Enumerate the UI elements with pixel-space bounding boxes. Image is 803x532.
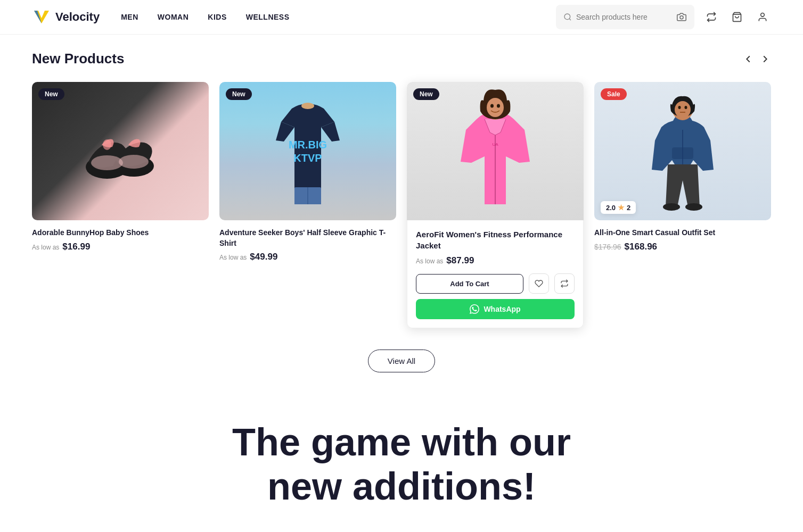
logo[interactable]: Velocity	[32, 7, 100, 27]
product-name-2: Adventure Seeker Boys' Half Sleeve Graph…	[219, 228, 396, 248]
product-image-1	[32, 82, 209, 220]
svg-point-27	[678, 106, 681, 109]
badge-new-3: New	[413, 88, 439, 100]
product-image-3: UA	[407, 82, 584, 220]
product-image-wrap-3: New UA	[407, 82, 584, 220]
search-icon	[563, 13, 572, 21]
user-icon	[757, 12, 768, 22]
whatsapp-label: WhatsApp	[484, 305, 520, 313]
svg-point-11	[119, 155, 149, 169]
compare-product-button[interactable]	[554, 273, 575, 294]
product-info-1: Adorable BunnyHop Baby Shoes As low as $…	[32, 220, 209, 254]
svg-point-21	[490, 104, 494, 108]
nav-item-woman[interactable]: WOMAN	[158, 13, 189, 21]
search-input[interactable]	[576, 13, 669, 21]
cart-icon	[732, 12, 742, 22]
section-header: New Products	[32, 51, 771, 67]
product-pricing-4: $176.96 $168.96	[594, 242, 771, 252]
price-original-4: $176.96	[594, 243, 621, 251]
brand-name: Velocity	[55, 10, 100, 24]
heart-icon	[535, 279, 543, 288]
nav-item-men[interactable]: MEN	[121, 13, 138, 21]
product-name-1: Adorable BunnyHop Baby Shoes	[32, 228, 209, 238]
expanded-price-label: As low as	[416, 257, 443, 265]
new-products-section: New Products New	[32, 51, 771, 372]
svg-rect-24	[672, 147, 693, 159]
view-all-wrap: View All	[32, 350, 771, 372]
expanded-pricing: As low as $87.99	[416, 255, 575, 266]
badge-sale-4: Sale	[601, 88, 627, 100]
header-right	[556, 5, 771, 29]
svg-point-4	[680, 16, 683, 19]
cart-button[interactable]	[728, 9, 745, 26]
svg-point-28	[685, 106, 687, 109]
expanded-price: $87.99	[446, 255, 474, 266]
svg-point-26	[675, 101, 691, 118]
svg-line-3	[569, 19, 571, 20]
arrow-right-icon	[759, 53, 771, 65]
rating-value: 2.0	[606, 204, 616, 212]
product-image-wrap-2: New MR.BIG KTVP	[219, 82, 396, 220]
svg-point-6	[761, 13, 765, 17]
product-info-2: Adventure Seeker Boys' Half Sleeve Graph…	[219, 220, 396, 264]
search-bar	[556, 5, 694, 29]
expanded-content: AeroFit Women's Fitness Performance Jack…	[407, 220, 584, 328]
expanded-product-name: AeroFit Women's Fitness Performance Jack…	[416, 229, 575, 251]
nav-item-kids[interactable]: KIDS	[208, 13, 226, 21]
outfit-illustration	[645, 90, 720, 212]
next-button[interactable]	[759, 53, 771, 65]
products-grid: New	[32, 82, 771, 328]
svg-point-8	[103, 139, 111, 150]
camera-button[interactable]	[674, 9, 690, 25]
product-pricing-1: As low as $16.99	[32, 242, 209, 252]
search-icon-button[interactable]	[563, 13, 572, 21]
main-nav: MEN WOMAN KIDS WELLNESS	[121, 13, 289, 21]
price-1: $16.99	[62, 242, 90, 252]
header: Velocity MEN WOMAN KIDS WELLNESS	[0, 0, 803, 35]
wishlist-button[interactable]	[529, 273, 549, 294]
account-button[interactable]	[754, 9, 771, 26]
rating-count: 2	[627, 204, 630, 212]
svg-point-10	[91, 155, 123, 170]
compare-product-icon	[560, 279, 569, 288]
svg-text:MR.BIG: MR.BIG	[289, 139, 327, 151]
main-content: New Products New	[0, 35, 803, 532]
nav-item-wellness[interactable]: WELLNESS	[246, 13, 290, 21]
whatsapp-button[interactable]: WhatsApp	[416, 299, 575, 319]
view-all-button[interactable]: View All	[368, 350, 435, 372]
product-card-1: New	[32, 82, 209, 328]
add-to-cart-button[interactable]: Add To Cart	[416, 274, 523, 294]
svg-point-30	[663, 203, 680, 211]
product-card-3: New UA	[407, 82, 584, 328]
compare-icon	[706, 12, 717, 22]
section-title: New Products	[32, 51, 124, 67]
rating-badge-4: 2.0 ★ 2	[601, 201, 636, 214]
tagline-text: The game with our new additions!	[215, 420, 588, 509]
arrow-left-icon	[742, 53, 754, 65]
product-image-wrap-1: New	[32, 82, 209, 220]
product-image-4	[594, 82, 771, 220]
star-icon: ★	[618, 203, 625, 212]
product-card-4: Sale 2.0 ★ 2	[594, 82, 771, 328]
tshirt-illustration: MR.BIG KTVP	[268, 98, 348, 204]
prev-button[interactable]	[742, 53, 754, 65]
shoes-illustration	[78, 109, 163, 194]
tagline-line2: new additions!	[267, 465, 536, 508]
jacket-illustration: UA	[453, 87, 538, 215]
price-label-1: As low as	[32, 244, 59, 251]
product-image-2: MR.BIG KTVP	[219, 82, 396, 220]
badge-new-1: New	[38, 88, 64, 100]
svg-text:KTVP: KTVP	[293, 152, 322, 164]
svg-point-31	[685, 203, 702, 211]
compare-button[interactable]	[703, 9, 720, 26]
product-image-wrap-4: Sale 2.0 ★ 2	[594, 82, 771, 220]
carousel-nav	[742, 53, 771, 65]
svg-point-16	[301, 103, 314, 109]
camera-icon	[677, 12, 686, 22]
product-info-4: All-in-One Smart Casual Outfit Set $176.…	[594, 220, 771, 254]
svg-point-22	[497, 104, 500, 108]
whatsapp-icon	[470, 304, 479, 314]
price-2: $49.99	[250, 252, 277, 262]
product-name-4: All-in-One Smart Casual Outfit Set	[594, 228, 771, 238]
svg-text:UA: UA	[492, 142, 498, 147]
